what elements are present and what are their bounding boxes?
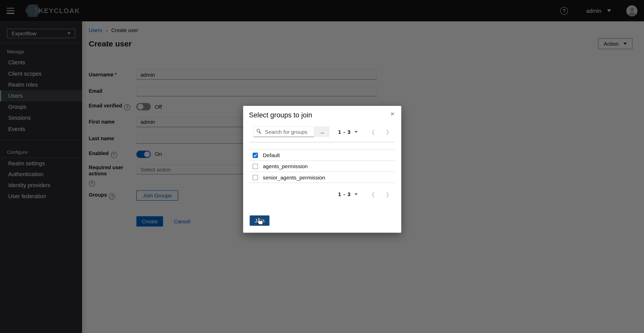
- group-row: agents_permission: [250, 161, 395, 172]
- search-icon: [257, 129, 261, 134]
- group-checkbox-agents-permission[interactable]: [252, 164, 258, 169]
- chevron-left-icon[interactable]: ❮: [366, 129, 380, 135]
- group-label: Default: [263, 152, 280, 158]
- pagination-bottom: 1 - 3 ❮ ❯: [243, 191, 395, 197]
- arrow-right-icon: →: [319, 128, 325, 135]
- chevron-right-icon[interactable]: ❯: [380, 129, 395, 135]
- group-checkbox-default[interactable]: [252, 153, 258, 158]
- pagination-range: 1 - 3: [338, 129, 351, 135]
- keycloak-admin-console: KEYCLOAK ? admin Expertflow Manage Clien…: [0, 0, 644, 333]
- search-submit-button[interactable]: →: [314, 126, 329, 137]
- join-button[interactable]: Join: [250, 215, 269, 226]
- group-row: senior_agents_permission: [250, 172, 395, 183]
- caret-down-icon: [355, 131, 358, 133]
- group-search-input[interactable]: [253, 126, 314, 137]
- group-label: agents_permission: [263, 163, 308, 169]
- select-groups-modal: Select groups to join × → 1 - 3 ❮ ❯: [243, 106, 401, 233]
- close-icon[interactable]: ×: [388, 110, 396, 118]
- modal-toolbar: → 1 - 3 ❮ ❯: [253, 126, 395, 137]
- modal-title: Select groups to join: [243, 106, 401, 119]
- group-list: Default agents_permission senior_agents_…: [250, 149, 395, 183]
- pagination-range: 1 - 3: [338, 191, 351, 197]
- pagination-options-menu[interactable]: 1 - 3: [338, 191, 358, 197]
- pagination-top: 1 - 3 ❮ ❯: [338, 129, 395, 135]
- caret-down-icon: [355, 193, 358, 195]
- check-icon: [253, 153, 257, 157]
- divider: [250, 142, 395, 143]
- chevron-left-icon[interactable]: ❮: [366, 191, 380, 197]
- group-row: Default: [250, 150, 395, 161]
- group-label: senior_agents_permission: [263, 174, 325, 180]
- chevron-right-icon[interactable]: ❯: [380, 191, 395, 197]
- group-checkbox-senior-agents-permission[interactable]: [252, 175, 258, 180]
- pagination-options-menu[interactable]: 1 - 3: [338, 129, 358, 135]
